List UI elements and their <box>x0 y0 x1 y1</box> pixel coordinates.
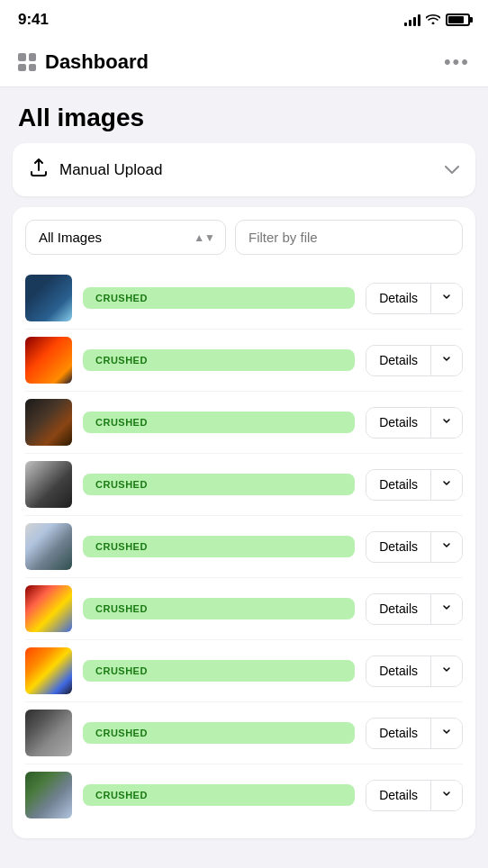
image-row: CRUSHED Details <box>25 702 463 764</box>
page-title-section: All images <box>0 87 488 143</box>
signal-icon <box>404 14 420 26</box>
image-row: CRUSHED Details <box>25 330 463 392</box>
header-title: Dashboard <box>45 50 149 74</box>
details-button[interactable]: Details <box>366 532 431 562</box>
action-group: Details <box>366 407 463 439</box>
details-button[interactable]: Details <box>366 656 431 686</box>
upload-label: Manual Upload <box>59 161 162 179</box>
details-button[interactable]: Details <box>366 594 431 624</box>
dropdown-button[interactable] <box>431 408 462 438</box>
image-row: CRUSHED Details <box>25 267 463 330</box>
image-thumbnail <box>25 772 72 818</box>
crushed-badge: CRUSHED <box>83 660 355 682</box>
details-button[interactable]: Details <box>366 408 431 438</box>
details-button[interactable]: Details <box>366 470 431 500</box>
dropdown-button[interactable] <box>431 656 462 686</box>
crushed-badge: CRUSHED <box>83 722 355 744</box>
image-row: CRUSHED Details <box>25 640 463 702</box>
action-group: Details <box>366 345 463 376</box>
image-thumbnail <box>25 523 72 570</box>
details-button[interactable]: Details <box>366 284 431 313</box>
action-group: Details <box>366 656 463 687</box>
image-thumbnail <box>25 585 72 632</box>
status-icons <box>404 13 470 27</box>
dropdown-button[interactable] <box>431 284 462 313</box>
image-list: CRUSHED Details CRUSHED Details <box>25 267 463 826</box>
crushed-badge: CRUSHED <box>83 349 355 371</box>
action-group: Details <box>366 531 463 563</box>
action-group: Details <box>366 780 463 811</box>
image-thumbnail <box>25 399 72 446</box>
image-thumbnail <box>25 710 72 756</box>
status-bar: 9:41 <box>0 0 488 40</box>
details-button[interactable]: Details <box>366 781 431 810</box>
crushed-badge: CRUSHED <box>83 598 355 619</box>
dropdown-button[interactable] <box>431 346 462 375</box>
crushed-badge: CRUSHED <box>83 784 355 806</box>
dropdown-button[interactable] <box>431 594 462 624</box>
details-button[interactable]: Details <box>366 346 431 375</box>
images-filter-wrapper[interactable]: All Images ▲▼ <box>25 220 226 255</box>
image-thumbnail <box>25 337 72 384</box>
dropdown-button[interactable] <box>431 719 462 748</box>
image-thumbnail <box>25 461 72 508</box>
action-group: Details <box>366 283 463 314</box>
image-row: CRUSHED Details <box>25 454 463 516</box>
dropdown-button[interactable] <box>431 470 462 500</box>
filter-search-input[interactable] <box>235 220 463 255</box>
dropdown-button[interactable] <box>431 532 462 562</box>
dropdown-button[interactable] <box>431 781 462 810</box>
image-row: CRUSHED Details <box>25 392 463 454</box>
crushed-badge: CRUSHED <box>83 287 355 309</box>
details-button[interactable]: Details <box>366 719 431 748</box>
action-group: Details <box>366 593 463 625</box>
image-thumbnail <box>25 275 72 321</box>
image-row: CRUSHED Details <box>25 578 463 640</box>
upload-chevron-icon <box>445 160 459 179</box>
images-filter-select[interactable]: All Images <box>25 220 226 255</box>
wifi-icon <box>426 13 440 27</box>
header-left: Dashboard <box>18 50 149 74</box>
filter-row: All Images ▲▼ <box>25 220 463 255</box>
dashboard-grid-icon <box>18 53 36 71</box>
battery-icon <box>446 14 470 26</box>
crushed-badge: CRUSHED <box>83 536 355 557</box>
upload-section[interactable]: Manual Upload <box>13 143 475 196</box>
page-title: All images <box>18 104 470 132</box>
crushed-badge: CRUSHED <box>83 411 355 433</box>
action-group: Details <box>366 718 463 749</box>
action-group: Details <box>366 469 463 501</box>
list-section: All Images ▲▼ CRUSHED Details CRUSHED De… <box>13 207 475 838</box>
header: Dashboard ••• <box>0 40 488 87</box>
image-row: CRUSHED Details <box>25 516 463 578</box>
upload-left: Manual Upload <box>29 158 162 182</box>
more-options-button[interactable]: ••• <box>444 52 470 72</box>
image-thumbnail <box>25 647 72 694</box>
upload-icon <box>29 158 49 182</box>
image-row: CRUSHED Details <box>25 764 463 826</box>
status-time: 9:41 <box>18 11 49 29</box>
crushed-badge: CRUSHED <box>83 474 355 495</box>
